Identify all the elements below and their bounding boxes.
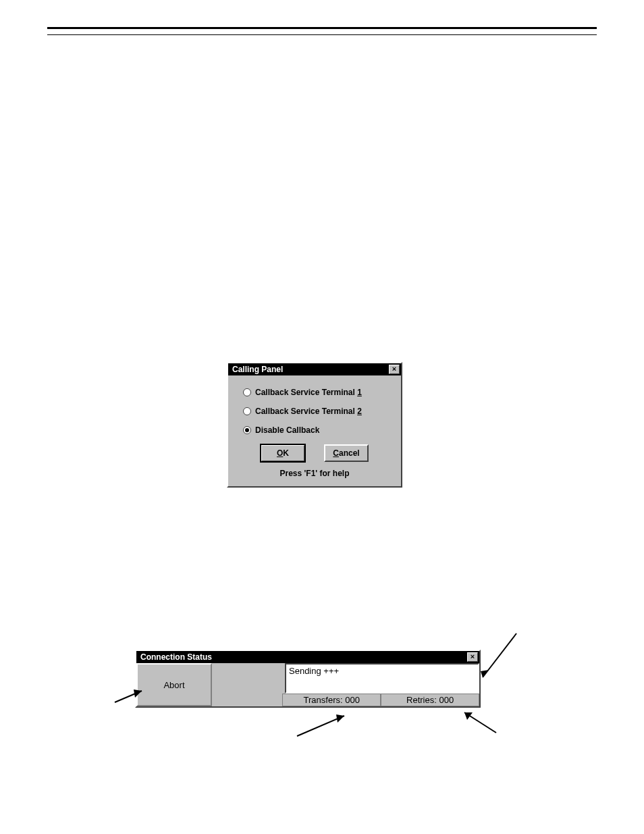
calling-panel-titlebar: Calling Panel × (228, 363, 401, 375)
help-text: Press 'F1' for help (243, 469, 386, 478)
retries-label: Retries: 000 (381, 694, 479, 706)
calling-panel-title: Calling Panel (232, 365, 389, 374)
svg-marker-5 (336, 714, 344, 723)
svg-line-6 (464, 712, 496, 733)
transfers-label: Transfers: 000 (282, 694, 381, 706)
connection-status-dialog: Connection Status × Abort Sending +++ Tr… (135, 650, 481, 708)
close-icon[interactable]: × (389, 365, 400, 374)
radio-label: Callback Service Terminal 1 (255, 388, 362, 397)
radio-callback-terminal-2[interactable]: Callback Service Terminal 2 (243, 407, 386, 416)
arrow-icon (459, 709, 500, 739)
cancel-button[interactable]: Cancel (324, 444, 369, 462)
radio-icon (243, 407, 251, 415)
radio-label: Callback Service Terminal 2 (255, 407, 362, 416)
ok-button[interactable]: OK (261, 444, 305, 462)
radio-icon (243, 426, 251, 434)
connection-status-title: Connection Status (140, 652, 467, 662)
radio-label: Disable Callback (255, 425, 319, 435)
arrow-icon (479, 633, 520, 683)
radio-icon (243, 388, 251, 396)
connection-status-titlebar: Connection Status × (136, 651, 479, 663)
radio-disable-callback[interactable]: Disable Callback (243, 425, 386, 435)
calling-panel-dialog: Calling Panel × Callback Service Termina… (227, 362, 402, 488)
svg-line-0 (483, 633, 516, 677)
radio-callback-terminal-1[interactable]: Callback Service Terminal 1 (243, 388, 386, 397)
svg-line-4 (297, 716, 344, 736)
arrow-icon (297, 712, 351, 742)
close-icon[interactable]: × (467, 652, 478, 662)
svg-marker-1 (481, 670, 489, 677)
abort-button[interactable]: Abort (136, 663, 212, 706)
status-message: Sending +++ (285, 663, 479, 694)
svg-marker-7 (464, 712, 473, 720)
